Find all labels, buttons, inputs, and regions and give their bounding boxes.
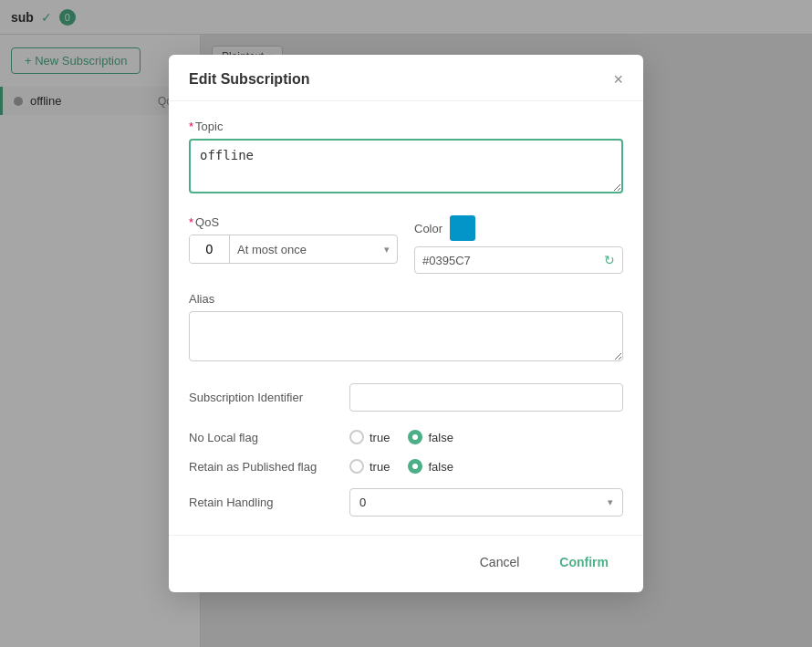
no-local-true-radio[interactable] [349,430,364,444]
alias-group: Alias [189,292,623,365]
sub-id-label: Subscription Identifier [189,391,335,404]
topic-label: *Topic [189,120,623,133]
retain-published-true-radio[interactable] [349,459,364,474]
retain-handling-value: 0 [359,496,366,509]
alias-input[interactable] [189,311,623,361]
retain-published-true-option[interactable]: true [349,459,390,474]
modal-title: Edit Subscription [189,71,309,88]
color-hex-input[interactable] [422,254,599,267]
edit-subscription-modal: Edit Subscription × *Topic *QoS [169,55,643,592]
alias-label: Alias [189,292,623,306]
modal-header: Edit Subscription × [169,55,643,101]
no-local-true-option[interactable]: true [349,430,390,444]
cancel-button[interactable]: Cancel [465,548,535,576]
retain-published-false-label: false [428,460,453,474]
no-local-false-radio[interactable] [408,430,422,444]
retain-handling-group: Retain Handling 0 ▾ [189,488,623,517]
no-local-false-label: false [428,431,453,444]
qos-group: *QoS At most once ▾ [189,215,398,264]
topic-input[interactable] [189,139,623,193]
color-input-row: ↻ [414,246,623,274]
qos-dropdown[interactable]: At most once ▾ [230,235,397,263]
retain-published-false-radio[interactable] [408,459,422,474]
required-star: * [189,120,193,133]
retain-handling-label: Retain Handling [189,496,335,509]
modal-body: *Topic *QoS At most once ▾ [169,101,643,535]
confirm-button[interactable]: Confirm [545,548,623,576]
required-star-qos: * [189,215,193,229]
color-group: Color ↻ [414,215,623,274]
chevron-down-icon: ▾ [608,496,613,508]
qos-number-input[interactable] [190,235,230,263]
retain-published-options: true false [349,459,453,474]
no-local-false-option[interactable]: false [408,430,453,444]
sub-id-group: Subscription Identifier [189,383,623,412]
qos-option-label: At most once [237,243,380,256]
color-swatch[interactable] [450,215,475,241]
close-button[interactable]: × [613,71,623,88]
qos-label: *QoS [189,215,398,229]
sub-id-input[interactable] [349,383,623,412]
retain-published-false-option[interactable]: false [408,459,453,474]
chevron-down-icon: ▾ [384,244,390,256]
qos-select-row: At most once ▾ [189,235,398,264]
refresh-icon[interactable]: ↻ [604,253,615,267]
modal-footer: Cancel Confirm [169,535,643,592]
retain-handling-select[interactable]: 0 ▾ [349,488,623,517]
no-local-label: No Local flag [189,431,335,444]
color-label: Color [414,222,442,235]
retain-published-true-label: true [370,460,390,474]
no-local-options: true false [349,430,453,444]
retain-published-label: Retain as Published flag [189,460,335,474]
topic-group: *Topic [189,120,623,197]
modal-overlay: Edit Subscription × *Topic *QoS [0,0,812,647]
color-label-row: Color [414,215,623,241]
no-local-true-label: true [370,431,390,444]
retain-published-flag-group: Retain as Published flag true false [189,459,623,474]
qos-color-row: *QoS At most once ▾ Color [189,215,623,274]
no-local-flag-group: No Local flag true false [189,430,623,444]
